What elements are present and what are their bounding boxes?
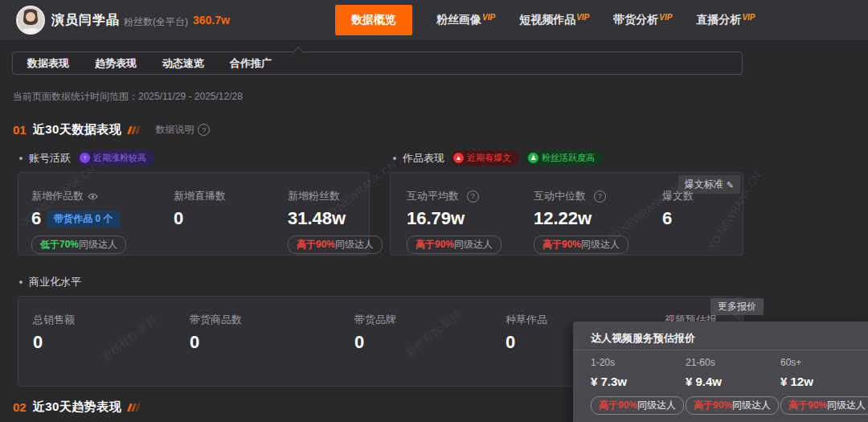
eye-icon[interactable] <box>88 193 98 200</box>
date-range-text: 当前页面数据统计时间范围：2025/11/29 - 2025/12/28 <box>13 90 243 104</box>
vip-badge: VIP <box>742 13 755 22</box>
stat-total-sales: 总销售额 0 <box>33 313 75 353</box>
stat-seeding-works: 种草作品 0 <box>506 313 547 353</box>
bullet-dot <box>19 281 23 284</box>
account-active-row: 账号活跃 ↑ 近期涨粉较高 <box>19 150 154 166</box>
commercialization-row: 商业化水平 <box>19 275 81 289</box>
fans-count-label: 粉丝数(全平台) <box>124 15 188 29</box>
subnav-data-performance[interactable]: 数据表现 <box>27 56 69 71</box>
peer-compare-badge: 高于90%同级达人 <box>591 396 684 415</box>
vip-badge: VIP <box>482 13 495 22</box>
page: 演员闫学晶 粉丝数(全平台) 360.7w 数据概览 粉丝画像VIP 短视频作品… <box>0 0 868 422</box>
subnav-activity-overview[interactable]: 动态速览 <box>162 56 204 71</box>
tab-live-analysis[interactable]: 直播分析VIP <box>696 13 755 27</box>
subnav-trend-performance[interactable]: 趋势表现 <box>95 56 137 71</box>
peer-compare-badge: 高于90%同级达人 <box>288 236 383 254</box>
stat-hot-posts: 爆文数 6 <box>662 189 694 229</box>
bullet-dot <box>19 157 23 160</box>
tab-short-video-works[interactable]: 短视频作品VIP <box>519 13 589 27</box>
tab-fan-profile[interactable]: 粉丝画像VIP <box>436 13 495 27</box>
commerce-works-tag: 带货作品 0 个 <box>47 211 119 227</box>
work-performance-label: 作品表现 <box>403 151 444 166</box>
quote-col-1-20s: 1-20s ¥ 7.3w 高于90%同级达人 <box>591 357 684 415</box>
slashes-icon <box>129 126 139 134</box>
section-title: 近30天趋势表现 <box>33 399 122 415</box>
stat-new-works: 新增作品数 6 带货作品 0 个 低于70%同级达人 <box>31 189 126 254</box>
stat-new-lives: 新增直播数 0 <box>174 189 226 229</box>
section-2-header: 02 近30天趋势表现 <box>13 399 139 415</box>
section-title: 近30天数据表现 <box>33 122 122 137</box>
account-active-label: 账号活跃 <box>29 151 71 166</box>
pencil-icon <box>727 179 734 191</box>
active-fans-badge: ♟ 粉丝活跃度高 <box>526 150 603 166</box>
hot-post-badge-icon: ▲ <box>453 153 464 163</box>
sub-nav: 数据表现 趋势表现 动态速览 合作推广 <box>12 51 743 75</box>
video-quote-popup: 达人视频服务预估报价 1-20s ¥ 7.3w 高于90%同级达人 21-60s… <box>573 322 868 422</box>
stat-commerce-products: 带货商品数 0 <box>190 313 242 353</box>
top-nav: 数据概览 粉丝画像VIP 短视频作品VIP 带货分析VIP 直播分析VIP <box>335 0 755 40</box>
quote-col-21-60s: 21-60s ¥ 9.4w 高于90%同级达人 <box>686 357 779 415</box>
account-name: 演员闫学晶 <box>51 12 120 29</box>
peer-compare-badge: 高于90%同级达人 <box>534 236 628 254</box>
header-bar: 演员闫学晶 粉丝数(全平台) 360.7w 数据概览 粉丝画像VIP 短视频作品… <box>0 0 868 40</box>
peer-compare-badge: 高于90%同级达人 <box>686 396 779 415</box>
quote-col-60s-plus: 60s+ ¥ 12w 高于90%同级达人 <box>780 357 868 415</box>
vip-badge: VIP <box>659 13 672 22</box>
bullet-dot <box>393 157 396 160</box>
account-activity-card: 新增作品数 6 带货作品 0 个 低于70%同级达人 新增直播数 0 新增粉丝数… <box>18 172 370 256</box>
stat-commerce-brands: 带货品牌 0 <box>354 313 396 353</box>
help-icon[interactable] <box>198 124 210 136</box>
data-note-label[interactable]: 数据说明 <box>155 123 194 137</box>
section-number: 01 <box>13 123 27 137</box>
avatar-image <box>18 7 43 33</box>
work-performance-card: 爆文标准 互动平均数 16.79w 高于90%同级达人 互动中位数 12.22w… <box>390 172 743 256</box>
stat-new-fans: 新增粉丝数 31.48w 高于90%同级达人 <box>288 189 383 254</box>
stat-median-interaction: 互动中位数 12.22w 高于90%同级达人 <box>534 189 628 254</box>
peer-compare-badge: 低于70%同级达人 <box>31 236 126 254</box>
vip-badge: VIP <box>576 13 589 22</box>
commercialization-label: 商业化水平 <box>29 275 81 289</box>
trend-up-badge-icon: ↑ <box>80 153 90 163</box>
fans-count-value: 360.7w <box>193 14 230 27</box>
popup-title: 达人视频服务预估报价 <box>591 331 695 346</box>
section-1-header: 01 近30天数据表现 数据说明 <box>13 122 210 137</box>
work-performance-row: 作品表现 ▲ 近期有爆文 ♟ 粉丝活跃度高 <box>393 150 603 166</box>
stat-avg-interaction: 互动平均数 16.79w 高于90%同级达人 <box>407 189 502 254</box>
subnav-cooperation-promo[interactable]: 合作推广 <box>230 56 272 71</box>
peer-compare-badge: 高于90%同级达人 <box>780 396 868 415</box>
fan-growth-badge: ↑ 近期涨粉较高 <box>77 150 154 166</box>
tab-data-overview[interactable]: 数据概览 <box>335 5 412 35</box>
peer-compare-badge: 高于90%同级达人 <box>407 236 502 254</box>
help-icon[interactable] <box>594 191 606 203</box>
hot-post-badge: ▲ 近期有爆文 <box>451 150 519 166</box>
help-icon[interactable] <box>467 191 479 203</box>
avatar <box>16 6 45 35</box>
slashes-icon <box>129 404 139 412</box>
active-fans-badge-icon: ♟ <box>528 153 538 163</box>
section-number: 02 <box>13 400 27 414</box>
tab-commerce-analysis[interactable]: 带货分析VIP <box>613 13 672 27</box>
more-quotes-button[interactable]: 更多报价 <box>710 298 764 315</box>
divider <box>573 350 868 350</box>
